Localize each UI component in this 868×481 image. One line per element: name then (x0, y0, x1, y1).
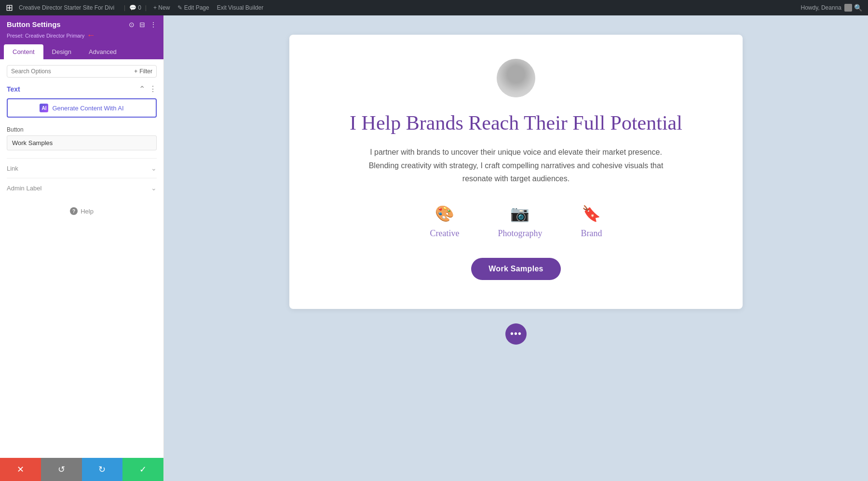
admin-label-section[interactable]: Admin Label ⌄ (7, 178, 157, 198)
content-area: I Help Brands Reach Their Full Potential… (164, 15, 868, 481)
bottom-dots-button[interactable]: ••• (505, 323, 527, 345)
more-options-icon[interactable]: ⋮ (150, 21, 157, 28)
text-section-title: Text (7, 85, 20, 93)
ai-icon: AI (40, 104, 48, 112)
page-card: I Help Brands Reach Their Full Potential… (289, 35, 743, 309)
tab-advanced[interactable]: Advanced (80, 44, 125, 59)
section-controls: ⌃ ⋮ (139, 84, 157, 94)
photography-icon: 📷 (510, 204, 529, 223)
filter-button[interactable]: + Filter (134, 68, 152, 75)
panel-body: + Filter Text ⌃ ⋮ AI Generate Content Wi… (0, 59, 163, 458)
service-item-creative: 🎨 Creative (430, 204, 460, 239)
section-dots-icon[interactable]: ⋮ (149, 84, 157, 94)
hero-headline: I Help Brands Reach Their Full Potential (350, 111, 682, 135)
panel-title: Button Settings (7, 20, 61, 28)
help-section[interactable]: ? Help (7, 198, 157, 225)
admin-label-title: Admin Label (7, 185, 41, 192)
services-row: 🎨 Creative 📷 Photography 🔖 Brand (430, 204, 602, 239)
panel-header: Button Settings ⊙ ⊟ ⋮ Preset: Creative D… (0, 15, 163, 44)
tab-content[interactable]: Content (4, 44, 43, 59)
brand-icon: 🔖 (582, 204, 601, 223)
preset-arrow-icon: ← (86, 30, 95, 40)
service-label-photography: Photography (498, 228, 542, 239)
comment-count[interactable]: 💬 0 (129, 4, 141, 11)
camera-icon[interactable]: ⊙ (129, 21, 135, 28)
panel-header-top: Button Settings ⊙ ⊟ ⋮ (7, 20, 157, 28)
ai-generate-button[interactable]: AI Generate Content With AI (7, 98, 157, 118)
link-chevron-icon: ⌄ (151, 164, 157, 172)
undo-button[interactable]: ↺ (41, 458, 82, 481)
left-panel: Button Settings ⊙ ⊟ ⋮ Preset: Creative D… (0, 15, 164, 481)
bottom-dots-area: ••• (505, 323, 527, 345)
redo-button[interactable]: ↻ (82, 458, 123, 481)
search-input[interactable] (11, 68, 134, 75)
tab-design[interactable]: Design (43, 44, 80, 59)
bar-separator-2: | (145, 4, 147, 11)
howdy-label: Howdy, Deanna (801, 4, 853, 12)
service-item-photography: 📷 Photography (498, 204, 542, 239)
edit-page-link[interactable]: ✎ Edit Page (175, 4, 212, 11)
link-section-title: Link (7, 165, 18, 172)
hero-avatar (497, 59, 535, 97)
admin-label-chevron-icon: ⌄ (151, 184, 157, 192)
button-text-input[interactable] (7, 135, 157, 150)
section-chevron-icon[interactable]: ⌃ (139, 84, 145, 94)
bar-separator: | (124, 4, 125, 11)
button-field-label: Button (7, 126, 157, 133)
wp-logo-icon[interactable]: ⊞ (6, 2, 13, 13)
new-link[interactable]: + New (150, 4, 173, 11)
save-button[interactable]: ✓ (122, 458, 163, 481)
service-label-creative: Creative (430, 228, 460, 239)
site-name[interactable]: Creative Director Starter Site For Divi (19, 4, 114, 11)
comment-icon: 💬 (129, 4, 136, 11)
main-layout: Button Settings ⊙ ⊟ ⋮ Preset: Creative D… (0, 15, 868, 481)
service-label-brand: Brand (581, 228, 602, 239)
search-bar: + Filter (7, 65, 157, 78)
service-item-brand: 🔖 Brand (581, 204, 602, 239)
exit-builder-link[interactable]: Exit Visual Builder (214, 4, 267, 11)
wp-admin-bar: ⊞ Creative Director Starter Site For Div… (0, 0, 868, 15)
panel-footer: ✕ ↺ ↻ ✓ (0, 458, 163, 481)
search-icon[interactable]: 🔍 (854, 4, 862, 12)
columns-icon[interactable]: ⊟ (139, 21, 145, 28)
admin-avatar (844, 4, 852, 12)
avatar-placeholder (497, 59, 535, 97)
link-section[interactable]: Link ⌄ (7, 158, 157, 178)
panel-header-icons: ⊙ ⊟ ⋮ (129, 21, 157, 28)
panel-preset[interactable]: Preset: Creative Director Primary ← (7, 30, 157, 40)
panel-tabs: Content Design Advanced (0, 44, 163, 59)
hero-subtext: I partner with brands to uncover their u… (366, 146, 665, 185)
cancel-button[interactable]: ✕ (0, 458, 41, 481)
creative-icon: 🎨 (435, 204, 454, 223)
filter-plus-icon: + (134, 68, 137, 75)
cta-button[interactable]: Work Samples (471, 258, 561, 280)
help-icon: ? (70, 207, 78, 215)
text-section-header: Text ⌃ ⋮ (7, 84, 157, 94)
